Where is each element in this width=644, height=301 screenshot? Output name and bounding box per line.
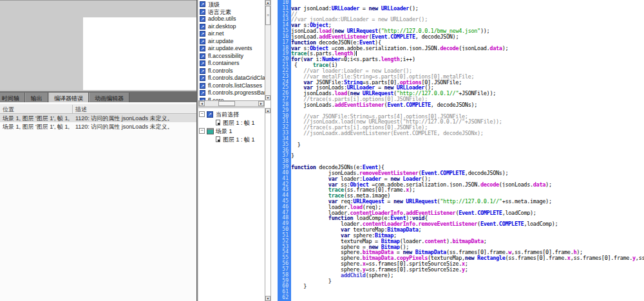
- stage-canvas[interactable]: [83, 17, 196, 91]
- link-arrow-icon: ↗: [200, 24, 205, 30]
- help-tree-item-label: air.update: [208, 38, 234, 44]
- scroll-right-button[interactable]: ►: [258, 101, 264, 106]
- code-line: function loadComp(e:Event):void{: [291, 215, 644, 221]
- help-tree-item-label: air.desktop: [208, 23, 236, 30]
- help-tree-item[interactable]: ↗fl.controls.listClasses: [198, 82, 265, 90]
- help-tree-item[interactable]: ↗air.update: [198, 38, 265, 46]
- help-tree-item[interactable]: ↗fl.containers: [198, 60, 265, 68]
- code-line: loader.load(req);: [291, 205, 644, 210]
- tab-compiler-errors[interactable]: 编译器错误: [48, 93, 89, 102]
- code-line: jsonLoad.load(new URLRequest("http://127…: [291, 28, 644, 34]
- link-arrow-icon: ↗: [200, 16, 205, 22]
- link-arrow-icon: ↗: [200, 60, 205, 66]
- code-line: sphere = new Bitmap();: [291, 244, 644, 250]
- scene-icon: [207, 128, 214, 134]
- scene-tree-item[interactable]: −场景 1: [198, 127, 265, 135]
- code-line: //var jsonLoadx:URLLoader = new URLLoade…: [291, 17, 644, 23]
- code-line: //trace(s.parts[i].options[0].JSONFile);: [291, 96, 644, 102]
- code-line: jsonLoads.load(new URLRequest("http://12…: [291, 91, 644, 96]
- code-line: sphere.bitmapData = new BitmapData(ss.fr…: [291, 250, 644, 255]
- help-tree-item[interactable]: ↗fl.accessibility: [198, 53, 265, 60]
- code-line: [291, 0, 644, 6]
- scroll-down-button[interactable]: ▼: [265, 296, 270, 301]
- code-line: jsonLoads.addEventListener(Event.COMPLET…: [291, 102, 644, 108]
- help-tree-item[interactable]: ↗fl.controls.dataGridCla...: [198, 75, 265, 82]
- collapse-toggle[interactable]: −: [199, 128, 205, 134]
- code-line: function decodeJSONs(e:Event){: [291, 165, 644, 170]
- help-tree-item-label: fl.controls.progressBar...: [208, 89, 265, 96]
- code-line: [291, 108, 644, 114]
- code-line: //trace(s.parts[i].options[0].JSONFile);: [291, 125, 644, 131]
- code-line: }: [291, 153, 644, 159]
- frame-icon: [216, 120, 220, 125]
- code-line: var ss:Object =com.adobe.serialization.j…: [291, 182, 644, 188]
- code-line: sphere.bitmapData.copyPixels(textureMap,…: [291, 255, 644, 261]
- text-cursor: [356, 51, 357, 56]
- compiler-errors-panel: 时间轴输出编译器错误动画编辑器 位置 描述 场景 1, 图层 '图层 1', 帧…: [0, 90, 196, 301]
- code-line: trace(ss.frames[0].frame.x);: [291, 187, 644, 193]
- line-number-gutter: 1011121314151617181920212223242526272829…: [278, 0, 291, 301]
- error-location: 场景 1, 图层 '图层 1', 帧 1, 42 行: [3, 123, 71, 131]
- scene-tree-item[interactable]: 图层 1 : 帧 1: [198, 118, 265, 127]
- link-arrow-icon: ↗: [200, 83, 205, 89]
- code-line: sphere.y=ss.frames[0].spriteSourceSize.y…: [291, 267, 644, 273]
- help-tree-item-label: fl.controls.listClasses: [208, 82, 262, 89]
- scene-tree-item[interactable]: −↗当前选择: [198, 110, 265, 118]
- scene-tree-item-label: 图层 1 : 帧 1: [223, 136, 255, 144]
- code-editor[interactable]: var jsonLoad:URLLoader = new URLLoader()…: [291, 0, 644, 301]
- help-tree-item[interactable]: ↗fl.controls: [198, 68, 265, 75]
- code-line: var jsonLoads:URLLoader = new URLLoader(…: [291, 85, 644, 91]
- code-line: var jsonLoad:URLLoader = new URLLoader()…: [291, 6, 644, 12]
- error-row[interactable]: 场景 1, 图层 '图层 1', 帧 1, 40 行1120: 访问的属性 js…: [0, 114, 196, 122]
- code-line: var sphere:Bitmap;: [291, 233, 644, 239]
- code-line: trace(s.parts.length): [291, 51, 644, 57]
- code-line: //jsonLoadx.addEventListener(Event.COMPL…: [291, 131, 644, 136]
- error-list: 场景 1, 图层 '图层 1', 帧 1, 40 行1120: 访问的属性 js…: [0, 114, 196, 301]
- help-tree-item[interactable]: ↗语言元素: [198, 8, 265, 16]
- scroll-thumb[interactable]: [218, 101, 235, 106]
- link-arrow-icon: ↗: [200, 75, 205, 81]
- scene-tree-item[interactable]: 图层 1 : 帧 1: [198, 135, 265, 143]
- help-tree-item[interactable]: ↗air.net: [198, 30, 265, 38]
- tab-timeline[interactable]: 时间轴: [0, 93, 25, 102]
- tab-motion-editor[interactable]: 动画编辑器: [89, 93, 129, 102]
- scroll-thumb[interactable]: [265, 6, 270, 25]
- link-arrow-icon: ↗: [200, 39, 205, 44]
- code-line: loader.contentLoaderInfo.removeEventList…: [291, 221, 644, 227]
- column-header-description: 描述: [75, 105, 87, 114]
- code-line: var s:Object;: [291, 23, 644, 28]
- code-line: sphere.x=ss.frames[0].spriteSourceSize.x…: [291, 261, 644, 267]
- scroll-up-button[interactable]: ▲: [265, 0, 270, 5]
- code-line: var s:Object =com.adobe.serialization.js…: [291, 46, 644, 51]
- help-tree-item[interactable]: ↗air.desktop: [198, 23, 265, 31]
- editor-edge-strip: [270, 0, 278, 301]
- help-tree-item[interactable]: ↗air.update.events: [198, 45, 265, 53]
- code-line: //var loader:Loader = new Loader();: [291, 68, 644, 74]
- error-row[interactable]: 场景 1, 图层 '图层 1', 帧 1, 42 行1120: 访问的属性 js…: [0, 122, 196, 131]
- help-tree-item-label: fl.accessibility: [208, 53, 243, 59]
- script-navigator-vscrollbar[interactable]: ▲ ▼: [265, 108, 270, 301]
- code-line: [291, 295, 644, 301]
- code-line: }: [291, 278, 644, 284]
- reference-tree-vscrollbar[interactable]: ▲ ▼: [265, 0, 270, 100]
- code-line: [291, 148, 644, 154]
- scroll-up-button[interactable]: ▲: [265, 108, 270, 113]
- reference-tree-hscrollbar[interactable]: ◄ ►: [198, 100, 265, 107]
- scroll-down-button[interactable]: ▼: [265, 95, 270, 100]
- tab-output[interactable]: 输出: [25, 93, 48, 102]
- line-number: 62: [278, 295, 291, 301]
- code-line: [291, 289, 644, 295]
- code-line: }: [291, 142, 644, 148]
- stage-pasteboard: [0, 0, 196, 90]
- code-line: var textureMap:BitmapData;: [291, 227, 644, 233]
- help-tree-item[interactable]: ↗顶级: [198, 1, 265, 8]
- help-tree-item-label: air.net: [208, 30, 224, 37]
- column-divider[interactable]: [72, 105, 73, 113]
- code-line: { trace(i): [291, 62, 644, 68]
- code-line: }: [291, 284, 644, 289]
- scroll-left-button[interactable]: ◄: [199, 101, 205, 106]
- collapse-toggle[interactable]: −: [199, 111, 205, 117]
- help-tree-item[interactable]: ↗adobe.utils: [198, 15, 265, 23]
- help-tree-item[interactable]: ↗fl.controls.progressBar...: [198, 89, 265, 97]
- link-arrow-icon: ↗: [200, 9, 205, 15]
